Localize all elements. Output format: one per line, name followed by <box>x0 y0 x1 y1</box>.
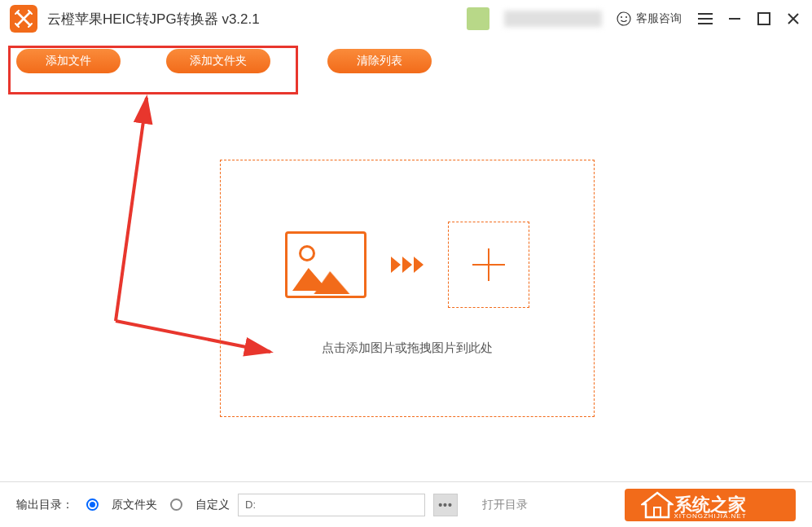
radio-source-label: 原文件夹 <box>112 498 157 512</box>
browse-button[interactable]: ••• <box>433 494 458 516</box>
app-logo <box>10 5 37 33</box>
clear-list-button[interactable]: 清除列表 <box>327 49 432 73</box>
support-label: 客服咨询 <box>636 11 682 26</box>
minimize-icon <box>727 11 742 26</box>
svg-point-1 <box>621 16 622 18</box>
smile-icon <box>617 11 631 26</box>
svg-point-2 <box>625 16 627 18</box>
add-folder-button[interactable]: 添加文件夹 <box>166 49 270 73</box>
menu-button[interactable] <box>696 10 714 28</box>
plus-icon <box>472 248 505 281</box>
support-button[interactable]: 客服咨询 <box>617 11 682 26</box>
user-info-blurred <box>504 11 602 27</box>
bottom-bar: 输出目录： 原文件夹 自定义 ••• 打开目录 系统之家 XITONGZHIJI… <box>0 481 812 527</box>
output-label: 输出目录： <box>16 498 73 512</box>
watermark-sub: XITONGZHIJIA.NET <box>674 512 746 520</box>
avatar[interactable] <box>467 7 489 30</box>
output-path-input[interactable] <box>238 494 425 516</box>
image-icon <box>285 231 366 298</box>
close-icon <box>787 12 800 25</box>
app-title: 云橙苹果HEIC转JPG转换器 v3.2.1 <box>47 10 260 29</box>
add-box <box>448 222 529 308</box>
convert-button[interactable]: 系统之家 XITONGZHIJIA.NET <box>625 489 796 521</box>
maximize-button[interactable] <box>755 10 773 28</box>
title-bar: 云橙苹果HEIC转JPG转换器 v3.2.1 客服咨询 <box>0 0 812 37</box>
main-area: 点击添加图片或拖拽图片到此处 <box>0 85 812 476</box>
drop-zone-icons <box>285 222 529 308</box>
toolbar: 添加文件 添加文件夹 清除列表 <box>0 37 812 85</box>
maximize-icon <box>757 12 770 25</box>
svg-line-4 <box>116 98 147 321</box>
radio-source-folder[interactable] <box>86 498 99 511</box>
radio-custom-label: 自定义 <box>195 498 230 512</box>
logo-icon <box>15 10 33 28</box>
drop-zone[interactable]: 点击添加图片或拖拽图片到此处 <box>220 160 595 417</box>
chevron-right-icon <box>391 257 424 273</box>
svg-rect-6 <box>654 507 661 517</box>
drop-zone-hint: 点击添加图片或拖拽图片到此处 <box>322 340 493 356</box>
svg-rect-3 <box>758 13 770 24</box>
radio-custom-folder[interactable] <box>170 498 182 511</box>
house-icon <box>641 491 674 519</box>
svg-point-0 <box>617 12 630 25</box>
add-file-button[interactable]: 添加文件 <box>16 49 121 73</box>
hamburger-icon <box>697 12 713 25</box>
open-dir-link[interactable]: 打开目录 <box>482 498 528 512</box>
minimize-button[interactable] <box>726 10 744 28</box>
close-button[interactable] <box>784 10 802 28</box>
